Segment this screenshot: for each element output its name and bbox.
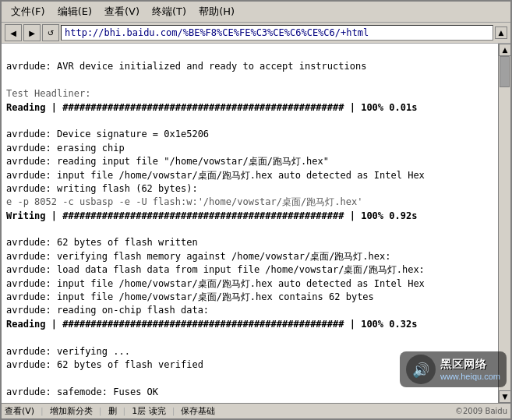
status-delete[interactable]: 删 bbox=[108, 405, 117, 417]
status-layer: 1层 读完 bbox=[132, 405, 166, 417]
terminal-area: avrdude: AVR device initialized and read… bbox=[2, 44, 510, 403]
status-add-category[interactable]: 增加新分类 bbox=[50, 405, 93, 417]
main-window: 文件(F) 编辑(E) 查看(V) 终端(T) 帮助(H) ◀ ▶ ↺ ▲ av… bbox=[0, 0, 512, 420]
terminal-scrollbar[interactable]: ▲ ▼ bbox=[498, 44, 510, 403]
status-save[interactable]: 保存基础 bbox=[181, 405, 215, 417]
scrollbar-up[interactable]: ▲ bbox=[499, 44, 510, 56]
refresh-button[interactable]: ↺ bbox=[42, 24, 59, 41]
forward-button[interactable]: ▶ bbox=[23, 24, 41, 41]
menubar: 文件(F) 编辑(E) 查看(V) 终端(T) 帮助(H) bbox=[2, 2, 510, 23]
menu-terminal[interactable]: 终端(T) bbox=[146, 3, 192, 20]
menu-view[interactable]: 查看(V) bbox=[98, 3, 146, 20]
status-view[interactable]: 查看(V) bbox=[5, 405, 34, 417]
address-input[interactable] bbox=[61, 25, 493, 41]
menu-help[interactable]: 帮助(H) bbox=[192, 3, 241, 20]
terminal-output: avrdude: AVR device initialized and read… bbox=[2, 44, 498, 403]
toolbar: ◀ ▶ ↺ ▲ bbox=[2, 23, 510, 44]
scroll-up-button[interactable]: ▲ bbox=[495, 26, 507, 39]
menu-file[interactable]: 文件(F) bbox=[5, 3, 51, 20]
scrollbar-down[interactable]: ▼ bbox=[499, 390, 510, 403]
back-button[interactable]: ◀ bbox=[5, 24, 22, 41]
statusbar: 查看(V) | 增加新分类 | 删 | 1层 读完 | 保存基础 ©2009 B… bbox=[2, 403, 510, 418]
menu-edit[interactable]: 编辑(E) bbox=[51, 3, 98, 20]
